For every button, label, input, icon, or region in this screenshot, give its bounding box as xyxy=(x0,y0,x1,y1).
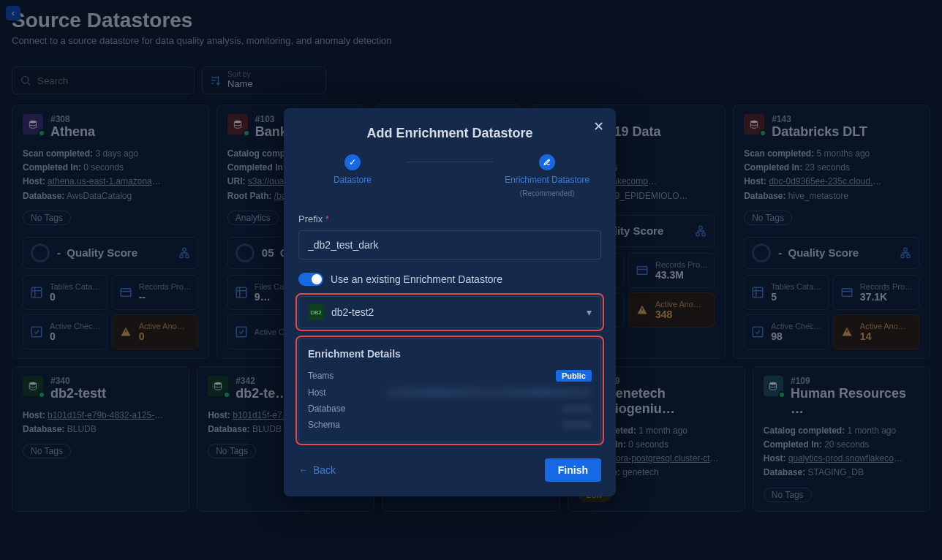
details-title: Enrichment Details xyxy=(308,348,592,360)
step-1-label: Datastore xyxy=(334,175,372,185)
detail-database-value xyxy=(562,404,592,413)
modal-title: Add Enrichment Datastore xyxy=(298,126,601,141)
detail-teams-label: Teams xyxy=(308,371,334,381)
use-existing-toggle[interactable] xyxy=(298,273,323,286)
enrichment-details-panel: Enrichment Details Teams Public Host Dat… xyxy=(298,338,601,442)
close-icon[interactable]: ✕ xyxy=(593,118,604,135)
finish-button[interactable]: Finish xyxy=(545,458,601,482)
toggle-label: Use an existing Enrichment Datastore xyxy=(331,273,502,285)
arrow-left-icon: ← xyxy=(298,464,309,476)
step-2-sublabel: (Recommended) xyxy=(520,189,574,197)
detail-host-label: Host xyxy=(308,387,326,398)
public-badge: Public xyxy=(556,370,592,382)
enrichment-datastore-select[interactable]: DB2 db2-test2 ▾ xyxy=(298,296,601,328)
db2-icon: DB2 xyxy=(308,304,324,320)
prefix-input[interactable] xyxy=(298,230,601,260)
chevron-down-icon: ▾ xyxy=(587,306,592,318)
detail-host-value xyxy=(387,388,592,397)
detail-database-label: Database xyxy=(308,404,345,414)
step-1-check-icon: ✓ xyxy=(344,154,361,170)
prefix-label: Prefix * xyxy=(298,213,601,224)
select-value: db2-test2 xyxy=(331,306,374,318)
detail-schema-label: Schema xyxy=(308,420,340,430)
detail-schema-value xyxy=(562,420,592,429)
step-connector xyxy=(407,162,493,162)
back-button[interactable]: ← Back xyxy=(298,464,336,476)
step-2-label: Enrichment Datastore xyxy=(505,175,589,185)
add-enrichment-modal: ✕ Add Enrichment Datastore ✓ Datastore E… xyxy=(284,108,616,496)
step-2-edit-icon xyxy=(539,154,555,170)
